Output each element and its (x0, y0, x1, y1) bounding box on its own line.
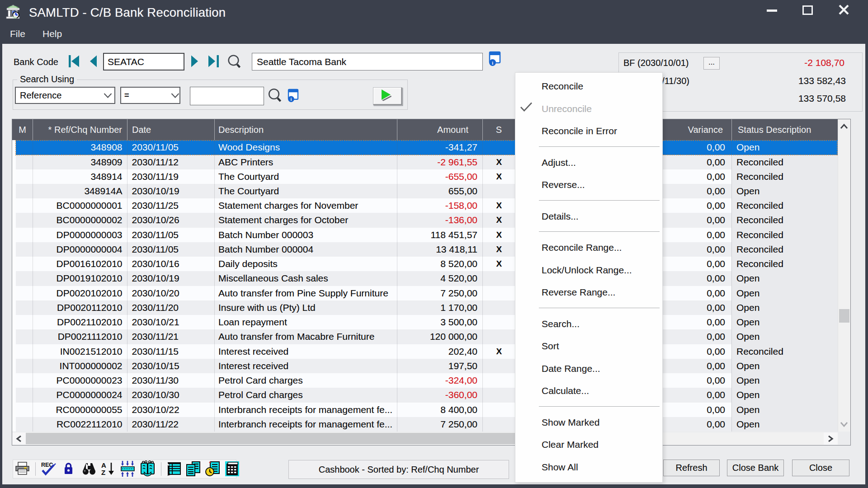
svg-text:Z: Z (101, 469, 105, 476)
svg-text:i: i (492, 60, 493, 66)
svg-text:i: i (291, 97, 292, 102)
svg-text:A: A (101, 462, 106, 469)
